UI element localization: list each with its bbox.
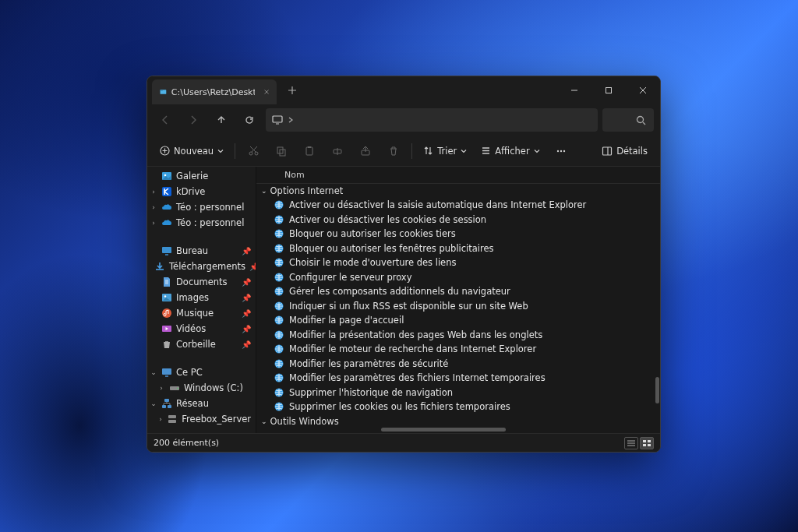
sidebar-item-drive-c[interactable]: ›Windows (C:) [147, 380, 256, 396]
address-bar[interactable] [266, 108, 598, 132]
pin-icon: 📌 [242, 340, 251, 349]
list-item[interactable]: Modifier les paramètres des fichiers Int… [256, 371, 660, 386]
list-item[interactable]: Bloquer ou autoriser les cookies tiers [256, 227, 660, 241]
details-pane-button[interactable]: Détails [595, 139, 654, 163]
sidebar-item-pictures[interactable]: Images📌 [147, 290, 256, 305]
vertical-scrollbar-thumb[interactable] [655, 377, 659, 403]
view-list-button[interactable] [624, 437, 638, 449]
explorer-window: C:\Users\Retz\Desktop\GodM… Nouveau [147, 76, 661, 453]
list-item[interactable]: Configurer le serveur proxy [256, 270, 660, 285]
active-tab[interactable]: C:\Users\Retz\Desktop\GodM… [152, 79, 277, 104]
internet-options-icon [274, 272, 284, 283]
rename-icon [332, 146, 343, 157]
list-item[interactable]: Gérer les composants additionnels du nav… [256, 284, 660, 299]
scrollbar-thumb[interactable] [381, 428, 506, 432]
list-item[interactable]: Choisir le mode d'ouverture des liens [256, 255, 660, 270]
pin-icon: 📌 [249, 262, 256, 271]
sidebar-item-teo-1[interactable]: ›Téo : personnel [147, 199, 256, 215]
svg-rect-11 [308, 146, 311, 148]
internet-options-icon [274, 214, 284, 225]
sidebar-item-documents[interactable]: Documents📌 [147, 274, 256, 290]
refresh-button[interactable] [238, 108, 261, 132]
title-bar: C:\Users\Retz\Desktop\GodM… [147, 76, 660, 104]
horizontal-scrollbar[interactable] [256, 427, 660, 433]
close-button[interactable] [626, 79, 660, 102]
kdrive-icon [161, 186, 172, 197]
navigation-pane: Galerie ›kDrive ›Téo : personnel ›Téo : … [147, 167, 256, 433]
svg-rect-29 [164, 399, 169, 402]
list-item[interactable]: Bloquer ou autoriser les fenêtres public… [256, 241, 660, 256]
more-button[interactable] [548, 139, 574, 163]
svg-point-19 [164, 174, 166, 177]
new-button[interactable]: Nouveau [154, 139, 230, 163]
new-tab-button[interactable] [281, 79, 303, 101]
group-header[interactable]: ⌄Options Internet [256, 184, 660, 198]
rename-button[interactable] [324, 139, 351, 163]
svg-point-14 [556, 150, 558, 151]
internet-options-icon [274, 401, 284, 412]
server-icon [167, 414, 178, 425]
command-bar: Nouveau Trier Afficher Détails [147, 136, 660, 167]
details-label: Détails [616, 146, 648, 157]
sidebar-item-freebox[interactable]: ›Freebox_Server [147, 411, 256, 427]
sidebar-item-teo-2[interactable]: ›Téo : personnel [147, 215, 256, 231]
file-list[interactable]: ⌄Options InternetActiver ou désactiver l… [256, 184, 660, 427]
file-pane: Nom ⌄Options InternetActiver ou désactiv… [256, 167, 660, 433]
search-box[interactable] [602, 108, 654, 132]
delete-button[interactable] [380, 139, 407, 163]
sidebar-item-desktop[interactable]: Bureau📌 [147, 243, 256, 259]
list-item[interactable]: Modifier la page d'accueil [256, 313, 660, 328]
sidebar-item-music[interactable]: Musique📌 [147, 305, 256, 321]
group-header[interactable]: ⌄Outils Windows [256, 414, 660, 428]
list-item[interactable]: Supprimer l'historique de navigation [256, 386, 660, 400]
list-item[interactable]: Modifier la présentation des pages Web d… [256, 328, 660, 343]
tab-title: C:\Users\Retz\Desktop\GodM… [171, 87, 255, 97]
close-tab-icon[interactable] [264, 88, 269, 96]
list-item[interactable]: Modifier le moteur de recherche dans Int… [256, 342, 660, 357]
sidebar-item-videos[interactable]: Vidéos📌 [147, 321, 256, 336]
drive-icon [169, 382, 180, 393]
share-button[interactable] [352, 139, 379, 163]
maximize-button[interactable] [591, 79, 626, 102]
minimize-button[interactable] [557, 79, 591, 102]
forward-button[interactable] [182, 108, 205, 132]
view-button[interactable]: Afficher [475, 139, 546, 163]
monitor-icon [161, 367, 172, 378]
view-grid-button[interactable] [640, 437, 654, 449]
svg-rect-3 [273, 116, 282, 122]
sidebar-item-network[interactable]: ⌄Réseau [147, 396, 256, 411]
desktop-icon [161, 245, 172, 256]
plus-icon [288, 86, 297, 95]
network-icon [161, 398, 172, 409]
paste-button[interactable] [296, 139, 323, 163]
sidebar-item-thispc[interactable]: ⌄Ce PC [147, 365, 256, 380]
up-button[interactable] [210, 108, 233, 132]
list-item[interactable]: Indiquer si un flux RSS est disponible s… [256, 299, 660, 314]
chevron-down-icon [217, 148, 224, 154]
onedrive-icon [161, 217, 172, 228]
cut-button[interactable] [240, 139, 267, 163]
svg-rect-33 [168, 420, 176, 423]
internet-options-icon [274, 315, 284, 326]
internet-options-icon [274, 344, 284, 354]
sort-button[interactable]: Trier [417, 139, 473, 163]
pictures-icon [161, 292, 172, 303]
document-icon [161, 277, 172, 287]
sidebar-item-kdrive[interactable]: ›kDrive [147, 184, 256, 199]
column-header[interactable]: Nom [256, 167, 660, 184]
chevron-down-icon [534, 148, 540, 154]
back-button[interactable] [154, 108, 177, 132]
onedrive-icon [161, 202, 172, 213]
copy-button[interactable] [268, 139, 295, 163]
window-controls [557, 79, 660, 102]
sidebar-item-trash[interactable]: Corbeille📌 [147, 336, 256, 352]
sidebar-item-gallery[interactable]: Galerie [147, 168, 256, 184]
svg-point-15 [560, 150, 561, 151]
list-item[interactable]: Activer ou désactiver la saisie automati… [256, 198, 660, 213]
svg-rect-32 [168, 415, 176, 418]
list-item[interactable]: Activer ou désactiver les cookies de ses… [256, 213, 660, 227]
list-item[interactable]: Modifier les paramètres de sécurité [256, 357, 660, 372]
sidebar-item-downloads[interactable]: Téléchargements📌 [147, 259, 256, 274]
pin-icon: 📌 [242, 309, 251, 318]
list-item[interactable]: Supprimer les cookies ou les fichiers te… [256, 400, 660, 414]
